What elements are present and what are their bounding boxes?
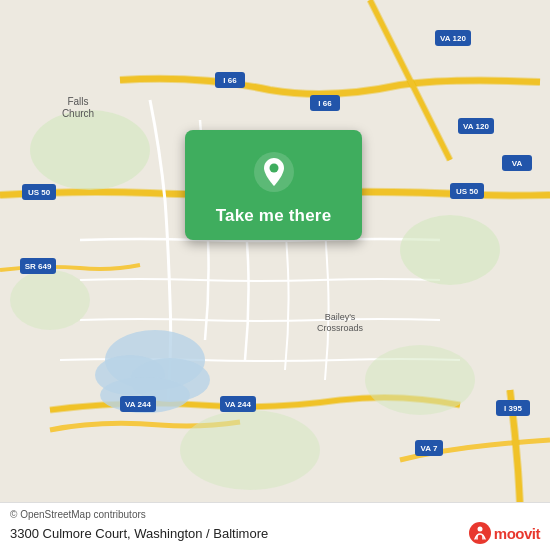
svg-text:Crossroads: Crossroads xyxy=(317,323,364,333)
svg-text:VA 244: VA 244 xyxy=(225,400,251,409)
moovit-logo: moovit xyxy=(469,522,540,544)
svg-point-40 xyxy=(269,164,278,173)
popup-card: Take me there xyxy=(185,130,362,240)
map-background: I 66 I 66 VA 120 VA 120 US 50 US 50 VA S… xyxy=(0,0,550,550)
svg-text:VA 120: VA 120 xyxy=(463,122,489,131)
svg-point-9 xyxy=(180,410,320,490)
location-pin-icon xyxy=(253,151,295,193)
svg-point-7 xyxy=(10,270,90,330)
svg-text:Church: Church xyxy=(62,108,94,119)
svg-point-8 xyxy=(365,345,475,415)
moovit-icon xyxy=(469,522,491,544)
svg-text:I 66: I 66 xyxy=(318,99,332,108)
take-me-there-button[interactable]: Take me there xyxy=(216,206,332,226)
moovit-label: moovit xyxy=(494,525,540,542)
svg-text:VA 120: VA 120 xyxy=(440,34,466,43)
svg-text:VA 244: VA 244 xyxy=(125,400,151,409)
svg-point-42 xyxy=(477,527,482,532)
svg-text:US 50: US 50 xyxy=(456,187,479,196)
svg-point-6 xyxy=(400,215,500,285)
address-text: 3300 Culmore Court, Washington / Baltimo… xyxy=(10,526,268,541)
svg-text:SR 649: SR 649 xyxy=(25,262,52,271)
svg-text:VA 7: VA 7 xyxy=(421,444,438,453)
svg-point-5 xyxy=(30,110,150,190)
bottom-bar: © OpenStreetMap contributors 3300 Culmor… xyxy=(0,502,550,550)
svg-text:I 66: I 66 xyxy=(223,76,237,85)
svg-text:Falls: Falls xyxy=(67,96,88,107)
svg-text:VA: VA xyxy=(512,159,523,168)
svg-point-41 xyxy=(469,522,491,544)
svg-text:I 395: I 395 xyxy=(504,404,522,413)
osm-attribution: © OpenStreetMap contributors xyxy=(10,509,540,520)
map-container: I 66 I 66 VA 120 VA 120 US 50 US 50 VA S… xyxy=(0,0,550,550)
location-icon-wrapper xyxy=(250,148,298,196)
svg-text:Bailey's: Bailey's xyxy=(325,312,356,322)
svg-text:US 50: US 50 xyxy=(28,188,51,197)
